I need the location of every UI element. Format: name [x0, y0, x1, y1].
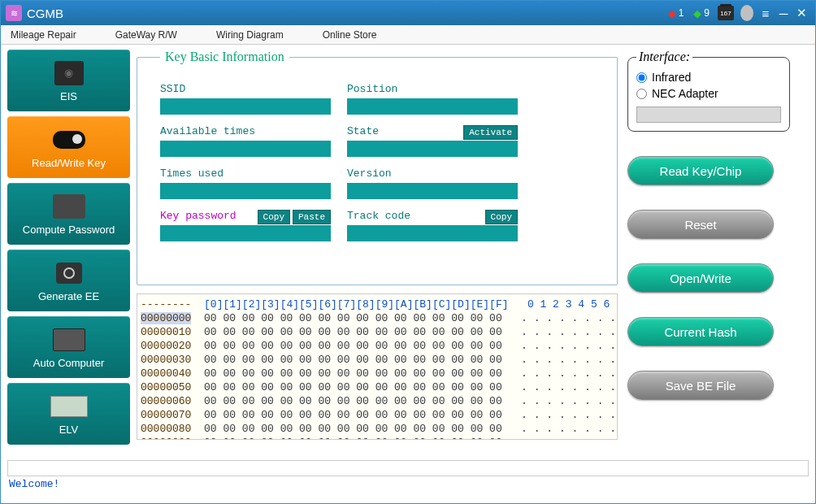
gem-green-count: 9	[704, 7, 710, 19]
read-key-chip-button[interactable]: Read Key/Chip	[627, 156, 774, 185]
key-basic-information-panel: Key Basic Information SSID Position Avai…	[137, 50, 618, 285]
radio-infrared-label: Infrared	[652, 71, 691, 84]
calendar-icon[interactable]: 167	[718, 6, 734, 20]
hamburger-menu-icon[interactable]: ≡	[757, 1, 775, 25]
ssid-label: SSID	[160, 83, 185, 95]
key-info-legend: Key Basic Information	[160, 50, 289, 64]
board-icon	[50, 393, 88, 420]
available-times-input[interactable]	[160, 141, 331, 157]
save-be-file-button[interactable]: Save BE File	[627, 371, 774, 400]
track-code-label: Track code	[347, 210, 410, 222]
radio-nec[interactable]	[636, 89, 647, 99]
sidebar-item-eis[interactable]: ◉ EIS	[7, 50, 130, 111]
gem-red-stat: ◆1	[668, 7, 684, 20]
reset-button[interactable]: Reset	[627, 210, 774, 239]
ssid-input[interactable]	[160, 98, 331, 115]
minimize-button[interactable]: ─	[775, 1, 792, 25]
radio-nec-label: NEC Adapter	[652, 87, 718, 100]
sidebar-item-auto-computer[interactable]: Auto Computer	[7, 316, 130, 378]
radio-row-nec[interactable]: NEC Adapter	[636, 87, 781, 100]
position-label: Position	[347, 83, 397, 95]
emerald-icon: ◆	[693, 7, 701, 20]
sidebar-item-elv[interactable]: ELV	[7, 383, 130, 445]
medal-icon[interactable]	[740, 5, 753, 21]
sidebar-item-label: Generate EE	[38, 290, 99, 302]
password-icon	[50, 193, 88, 220]
menu-online-store[interactable]: Online Store	[323, 29, 377, 41]
sidebar-item-label: Auto Computer	[33, 357, 104, 369]
sidebar-item-label: Compute Password	[23, 224, 115, 236]
gem-red-count: 1	[679, 7, 684, 19]
sidebar-item-label: Read/Write Key	[32, 157, 106, 169]
radio-infrared[interactable]	[636, 72, 647, 83]
paste-password-button[interactable]: Paste	[293, 210, 331, 224]
app-icon: ≋	[6, 5, 22, 21]
status-bar	[7, 460, 809, 476]
radio-row-infrared[interactable]: Infrared	[636, 71, 781, 84]
interface-legend: Interface:	[636, 50, 692, 64]
current-hash-button[interactable]: Current Hash	[627, 317, 774, 346]
copy-track-code-button[interactable]: Copy	[485, 210, 518, 224]
calendar-value: 167	[720, 10, 731, 17]
times-used-label: Times used	[160, 167, 224, 180]
close-button[interactable]: ✕	[792, 1, 810, 25]
gem-green-stat: ◆9	[693, 7, 710, 20]
welcome-message: Welcome!	[1, 478, 815, 490]
sidebar-item-label: EIS	[60, 90, 77, 102]
state-label: State	[347, 125, 379, 137]
sidebar-item-compute-password[interactable]: Compute Password	[7, 183, 130, 245]
titlebar: ≋ CGMB ◆1 ◆9 167 ≡ ─ ✕	[1, 1, 815, 25]
open-write-button[interactable]: Open/Write	[627, 263, 774, 293]
menubar: Mileage Repair GateWay R/W Wiring Diagra…	[1, 25, 815, 45]
times-used-input[interactable]	[160, 183, 331, 199]
activate-button[interactable]: Activate	[463, 125, 518, 140]
copy-password-button[interactable]: Copy	[258, 210, 290, 224]
position-input[interactable]	[347, 98, 518, 115]
hex-viewer[interactable]: -------- [0][1][2][3][4][5][6][7][8][9][…	[137, 293, 618, 440]
sidebar-item-label: ELV	[59, 424, 79, 436]
track-code-input[interactable]	[347, 225, 518, 241]
menu-wiring-diagram[interactable]: Wiring Diagram	[216, 29, 284, 41]
key-password-input[interactable]	[160, 225, 331, 241]
ecu-icon	[50, 326, 88, 354]
available-times-label: Available times	[160, 125, 255, 137]
menu-mileage-repair[interactable]: Mileage Repair	[11, 29, 76, 41]
menu-gateway-rw[interactable]: GateWay R/W	[115, 29, 177, 41]
app-title: CGMB	[27, 7, 63, 20]
eis-icon: ◉	[50, 59, 88, 87]
version-label: Version	[347, 167, 392, 180]
printer-icon	[50, 259, 88, 287]
version-input[interactable]	[347, 183, 518, 199]
key-password-label: Key password	[160, 210, 237, 222]
sidebar-item-read-write-key[interactable]: Read/Write Key	[7, 116, 130, 178]
ruby-icon: ◆	[668, 7, 676, 20]
interface-value-input[interactable]	[636, 106, 781, 123]
key-icon	[50, 126, 88, 154]
state-input[interactable]	[347, 141, 518, 157]
sidebar: ◉ EIS Read/Write Key Compute Password Ge…	[1, 45, 135, 460]
interface-panel: Interface: Infrared NEC Adapter	[627, 50, 790, 132]
sidebar-item-generate-ee[interactable]: Generate EE	[7, 250, 130, 311]
